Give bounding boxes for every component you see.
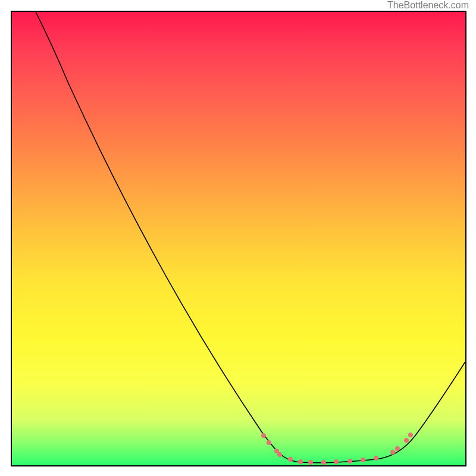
plot-background — [12, 12, 465, 465]
chart-container: TheBottleneck.com — [0, 0, 476, 476]
watermark: TheBottleneck.com — [387, 0, 469, 11]
